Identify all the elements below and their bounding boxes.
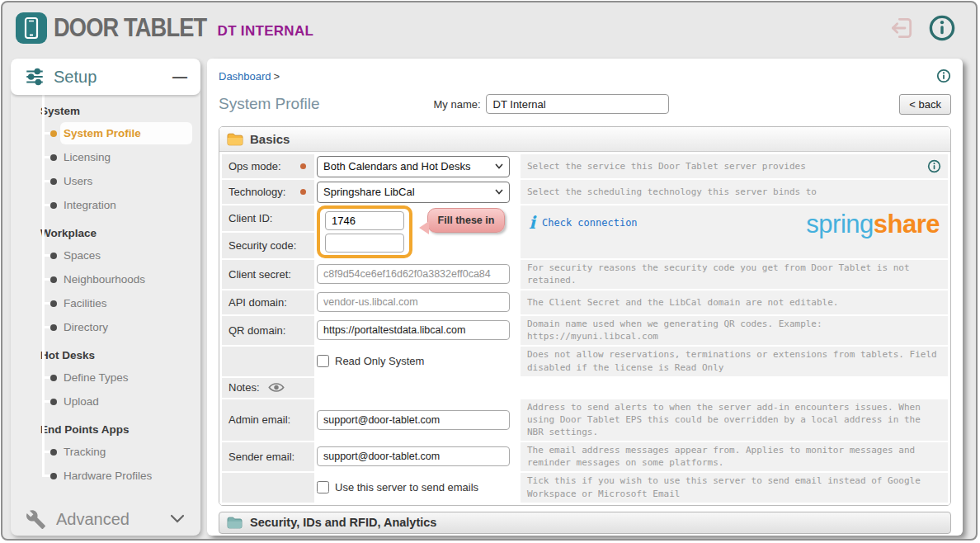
sender-email-input[interactable] [317, 446, 510, 466]
client-secret-input[interactable] [317, 264, 510, 284]
sidebar-item-neighbourhoods[interactable]: Neighbourhoods [11, 267, 200, 291]
breadcrumb-dashboard-link[interactable]: Dashboard [219, 70, 271, 83]
eye-icon[interactable] [268, 382, 285, 393]
my-name-input[interactable] [486, 94, 669, 114]
row-notes: Notes: [222, 378, 948, 398]
ops-mode-hint: Select the service this Door Tablet serv… [521, 154, 948, 178]
sidebar-section-end-points-apps: End Points Apps [11, 418, 200, 440]
info-icon[interactable] [928, 14, 956, 42]
admin-email-input[interactable] [317, 410, 510, 430]
breadcrumb: Dashboard> [219, 68, 280, 83]
page-info-icon[interactable] [936, 68, 951, 83]
technology-label: Technology: [222, 180, 314, 204]
chevron-down-icon [495, 163, 503, 169]
info-italic-icon: i [529, 214, 535, 231]
sidebar-item-upload[interactable]: Upload [11, 390, 200, 413]
ops-mode-label: Ops mode: [222, 154, 314, 178]
api-domain-input[interactable] [317, 292, 510, 312]
sidebar-item-integration[interactable]: Integration [11, 193, 200, 217]
bullet-icon [50, 324, 57, 331]
sidebar-item-facilities[interactable]: Facilities [11, 291, 200, 315]
setup-sidebar: Setup — System System Profile Licensing … [11, 59, 200, 536]
collapse-sidebar-icon[interactable]: — [172, 68, 187, 86]
sidebar-item-advanced[interactable]: Advanced [11, 503, 200, 536]
api-domain-label: API domain: [222, 290, 314, 314]
sidebar-item-system-profile[interactable]: System Profile [11, 121, 200, 145]
logout-icon[interactable] [888, 15, 915, 41]
chevron-down-icon [495, 189, 503, 195]
bullet-icon [50, 178, 57, 185]
app-header: DOOR TABLET DT INTERNAL [2, 2, 976, 54]
qr-domain-label: QR domain: [222, 316, 314, 345]
client-id-input[interactable] [325, 211, 404, 230]
environment-label: DT INTERNAL [218, 17, 314, 40]
sender-email-label: Sender email: [222, 442, 314, 471]
sidebar-item-hardware-profiles[interactable]: Hardware Profiles [11, 464, 200, 488]
client-id-label: Client ID: [222, 205, 314, 231]
admin-email-label: Admin email: [222, 399, 314, 441]
ops-mode-select[interactable]: Both Calendars and Hot Desks [317, 156, 510, 177]
sidebar-title: Setup [54, 68, 97, 87]
row-sender-email: Sender email: The email address messages… [222, 442, 948, 471]
security-code-label: Security code: [222, 233, 314, 258]
basics-title: Basics [250, 132, 290, 146]
read-only-system-label: Read Only System [335, 355, 424, 367]
sidebar-section-system: System [11, 100, 200, 121]
check-connection-link[interactable]: i Check connection [529, 214, 638, 231]
row-send-emails: Use this server to send emails Tick this… [222, 473, 948, 503]
bullet-icon [50, 473, 57, 479]
sidebar-item-define-types[interactable]: Define Types [11, 366, 200, 390]
row-technology: Technology: Springshare LibCal Select th… [222, 180, 948, 204]
row-client-credentials: Client ID: Security code: Fill these in [222, 205, 948, 258]
row-ops-mode: Ops mode: Both Calendars and Hot Desks S… [222, 154, 948, 178]
sliders-icon [24, 66, 45, 87]
row-info-icon[interactable] [927, 159, 941, 173]
use-server-send-emails-checkbox[interactable] [317, 481, 329, 493]
admin-email-hint: Address to send alerts to when the serve… [521, 399, 948, 441]
page-title: System Profile [219, 95, 319, 113]
bullet-icon [50, 300, 57, 307]
basics-section-header[interactable]: Basics [219, 127, 950, 152]
advanced-label: Advanced [56, 510, 130, 529]
sidebar-item-directory[interactable]: Directory [11, 315, 200, 339]
main-panel: Dashboard> System Profile My name: < bac… [207, 59, 963, 536]
fill-these-highlight-outline [317, 205, 412, 258]
sidebar-section-hot-desks: Hot Desks [11, 344, 200, 366]
client-secret-hint: For security reasons the security code y… [521, 260, 948, 289]
read-only-system-checkbox[interactable] [317, 355, 329, 367]
sidebar-item-tracking[interactable]: Tracking [11, 440, 200, 464]
chevron-down-icon [169, 513, 186, 525]
row-admin-email: Admin email: Address to send alerts to w… [222, 399, 948, 441]
sidebar-item-licensing[interactable]: Licensing [11, 145, 200, 169]
sidebar-section-workplace: Workplace [11, 222, 200, 243]
use-server-send-emails-label: Use this server to send emails [335, 481, 478, 493]
qr-domain-hint: Domain name used when we generating QR c… [521, 316, 948, 345]
sidebar-item-users[interactable]: Users [11, 169, 200, 193]
sender-email-hint: The email address messages appear from. … [521, 442, 948, 471]
app-title: DOOR TABLET [54, 13, 206, 43]
read-only-hint: Does not allow reservations, termination… [521, 347, 948, 376]
send-emails-hint: Tick this if you wish to use this server… [521, 473, 948, 503]
bullet-icon [50, 375, 57, 381]
security-code-input[interactable] [325, 234, 404, 253]
folder-icon [227, 517, 243, 529]
api-domain-hint: The Client Secret and the LibCal domain … [521, 290, 948, 314]
client-secret-label: Client secret: [222, 260, 314, 289]
bullet-icon [50, 276, 57, 283]
qr-domain-input[interactable] [317, 320, 510, 340]
technology-select[interactable]: Springshare LibCal [317, 182, 510, 203]
sidebar-item-spaces[interactable]: Spaces [11, 243, 200, 267]
bullet-icon [50, 202, 57, 209]
row-qr-domain: QR domain: Domain name used when we gene… [222, 316, 948, 345]
sidebar-menu: System System Profile Licensing Users In… [11, 95, 200, 536]
my-name-label: My name: [433, 98, 480, 111]
required-dot-icon [300, 189, 306, 195]
fill-these-in-callout: Fill these in [427, 208, 505, 233]
back-button[interactable]: < back [899, 94, 951, 115]
bullet-icon [50, 154, 57, 161]
row-client-secret: Client secret: For security reasons the … [222, 260, 948, 289]
connection-cell: i Check connection springshare [521, 205, 948, 258]
row-read-only: Read Only System Does not allow reservat… [222, 347, 948, 376]
section-security-ids-rfid[interactable]: Security, IDs and RFID, Analytics [219, 512, 951, 534]
app-window: DOOR TABLET DT INTERNAL [1, 1, 978, 541]
